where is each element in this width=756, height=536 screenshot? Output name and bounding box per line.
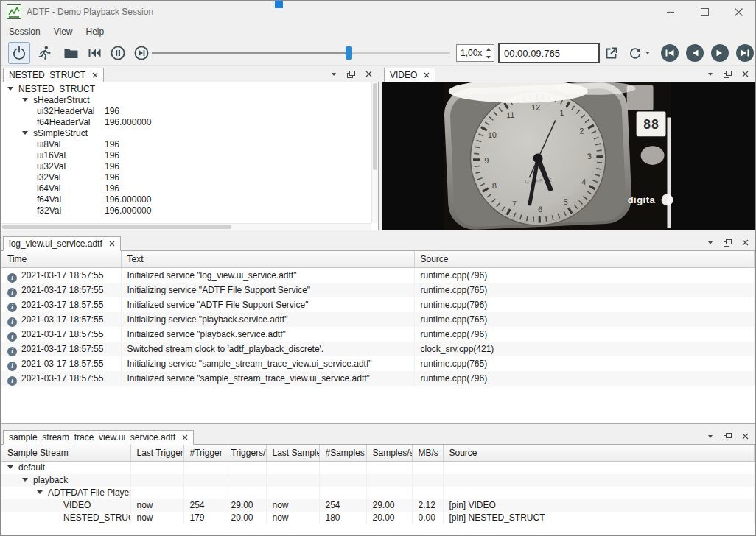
column-header-trigger-count[interactable]: #Trigger xyxy=(183,445,225,462)
menu-help[interactable]: Help xyxy=(80,24,111,40)
tree-row[interactable]: ui32Val196 xyxy=(1,161,378,172)
column-header-last-sample[interactable]: Last Sample xyxy=(266,445,319,462)
expander-icon[interactable] xyxy=(37,490,43,494)
close-button[interactable] xyxy=(721,1,755,23)
tree-row[interactable]: ui8Val196 xyxy=(1,139,378,150)
open-file-button[interactable] xyxy=(60,42,82,64)
log-row[interactable]: 2021-03-17 18:57:55Initializing service … xyxy=(1,356,755,371)
column-header-triggers-per-s[interactable]: Triggers/s xyxy=(225,445,266,462)
trace-row[interactable]: default xyxy=(1,462,755,475)
tree-row[interactable]: i32Val196 xyxy=(1,172,378,183)
seek-prev-button[interactable] xyxy=(685,43,704,63)
seek-next-button[interactable] xyxy=(710,43,729,63)
speed-down-button[interactable] xyxy=(483,53,494,61)
detach-window-button[interactable] xyxy=(602,42,621,64)
tree-row[interactable]: f64Val196.000000 xyxy=(1,194,378,205)
expander-icon[interactable] xyxy=(7,465,13,469)
tab-close-button[interactable] xyxy=(109,241,115,247)
loop-button[interactable] xyxy=(624,42,652,64)
slider-handle[interactable] xyxy=(346,46,352,60)
menu-view[interactable]: View xyxy=(47,24,80,40)
time-display[interactable]: 00:00:09:765 xyxy=(499,43,599,63)
expander-icon[interactable] xyxy=(7,87,13,91)
expander-icon[interactable] xyxy=(22,478,28,482)
skip-to-start-button[interactable] xyxy=(83,42,105,64)
dock-float-icon xyxy=(723,239,732,247)
dock-float-button[interactable] xyxy=(722,237,733,248)
tab-log-view[interactable]: log_view.ui_service.adtf xyxy=(3,236,121,251)
tree-row[interactable]: ui16Val196 xyxy=(1,150,378,161)
column-header-time[interactable]: Time xyxy=(1,251,121,268)
minimize-button[interactable] xyxy=(654,1,687,23)
column-header-samples-per-s[interactable]: Samples/s xyxy=(366,445,412,462)
run-button[interactable] xyxy=(33,42,55,64)
column-header-source[interactable]: Source xyxy=(443,445,755,462)
speed-value[interactable]: 1,00x xyxy=(457,45,483,61)
trace-row[interactable]: NESTED_STRUCT now17920.00now18020.000.00… xyxy=(1,512,755,524)
dock-close-button[interactable] xyxy=(740,431,751,442)
log-row[interactable]: 2021-03-17 18:57:55Initialized service "… xyxy=(1,371,755,386)
scrollbar-thumb[interactable] xyxy=(373,83,377,170)
speed-up-button[interactable] xyxy=(483,45,494,53)
column-header-last-trigger[interactable]: Last Trigger xyxy=(130,445,183,462)
dock-menu-button[interactable] xyxy=(328,68,339,80)
column-header-text[interactable]: Text xyxy=(121,251,414,268)
tree-row[interactable]: f32Val196.000000 xyxy=(1,205,378,216)
loop-dropdown-icon[interactable] xyxy=(645,52,650,54)
tree-row[interactable]: ui32HeaderVal196 xyxy=(1,106,378,117)
dock-float-button[interactable] xyxy=(722,431,733,442)
tree-row[interactable]: i64Val196 xyxy=(1,183,378,194)
tab-sample-stream-trace[interactable]: sample_stream_trace_view.ui_service.adtf xyxy=(3,430,194,445)
tab-close-button[interactable] xyxy=(182,434,188,440)
dock-close-icon xyxy=(742,71,749,77)
dock-close-button[interactable] xyxy=(363,68,374,80)
trace-row[interactable]: ADTFDAT File Player xyxy=(1,487,755,499)
log-row[interactable]: 2021-03-17 18:57:55Initializing service … xyxy=(1,312,755,327)
log-source: clock_srv.cpp(421) xyxy=(414,342,755,356)
tree-row[interactable]: sSimpleStruct xyxy=(1,128,378,139)
power-button[interactable] xyxy=(8,42,30,64)
log-row[interactable]: 2021-03-17 18:57:55Initialized service "… xyxy=(1,327,755,342)
skip-to-end-button[interactable] xyxy=(130,42,153,64)
dock-close-button[interactable] xyxy=(740,68,751,80)
dock-menu-button[interactable] xyxy=(704,431,715,442)
column-header-samples-count[interactable]: #Samples xyxy=(319,445,366,462)
maximize-button[interactable] xyxy=(687,1,721,23)
menu-session[interactable]: Session xyxy=(2,24,47,40)
expander-icon[interactable] xyxy=(22,98,28,102)
tree-row[interactable]: f64HeaderVal196.000000 xyxy=(1,117,378,128)
column-header-source[interactable]: Source xyxy=(414,251,755,268)
nested-struct-panel: NESTED_STRUCT xyxy=(1,66,379,230)
tree-row[interactable]: NESTED_STRUCT xyxy=(1,84,378,95)
speed-spinbox[interactable]: 1,00x xyxy=(456,44,494,62)
dock-float-button[interactable] xyxy=(722,68,733,80)
vertical-scrollbar[interactable] xyxy=(371,82,378,223)
timeline-slider[interactable] xyxy=(152,46,450,60)
trace-row[interactable]: VIDEO now25429.00now25429.002.12[pin] VI… xyxy=(1,499,755,512)
dock-menu-button[interactable] xyxy=(704,68,715,80)
seek-first-button[interactable] xyxy=(660,43,679,63)
scrollbar-thumb[interactable] xyxy=(2,225,231,229)
tab-video[interactable]: VIDEO xyxy=(384,68,435,82)
tab-close-button[interactable] xyxy=(424,72,430,78)
dock-menu-button[interactable] xyxy=(704,237,715,248)
log-row[interactable]: 2021-03-17 18:57:55Initializing service … xyxy=(1,283,755,297)
horizontal-scrollbar[interactable] xyxy=(1,223,371,230)
seek-last-button[interactable] xyxy=(735,43,755,63)
log-row[interactable]: 2021-03-17 18:57:55Switched stream clock… xyxy=(1,342,755,356)
expander-icon[interactable] xyxy=(22,131,28,135)
info-icon xyxy=(7,288,17,297)
pause-button[interactable] xyxy=(107,42,129,64)
dock-float-button[interactable] xyxy=(346,68,357,80)
log-row[interactable]: 2021-03-17 18:57:55Initialized service "… xyxy=(1,297,755,312)
log-source: runtime.cpp(796) xyxy=(414,268,755,283)
trace-row[interactable]: playback xyxy=(1,474,755,487)
tab-nested-struct[interactable]: NESTED_STRUCT xyxy=(3,68,104,82)
column-header-sample-stream[interactable]: Sample Stream xyxy=(1,445,130,462)
log-time: 2021-03-17 18:57:55 xyxy=(21,373,103,384)
column-header-mb-per-s[interactable]: MB/s xyxy=(412,445,443,462)
log-row[interactable]: 2021-03-17 18:57:55Initialized service "… xyxy=(1,268,755,283)
tab-close-button[interactable] xyxy=(92,72,98,78)
tree-row[interactable]: sHeaderStruct xyxy=(1,95,378,106)
dock-close-button[interactable] xyxy=(740,237,751,248)
